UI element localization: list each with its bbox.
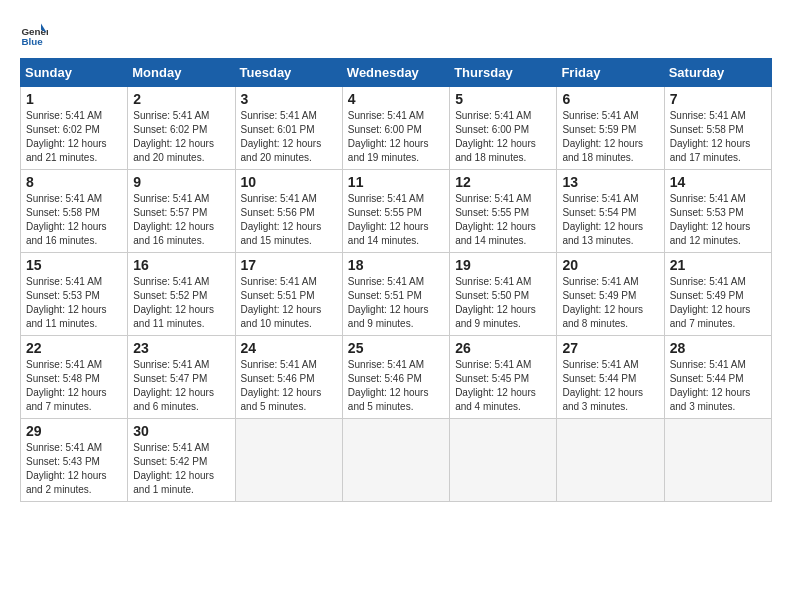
day-info: Sunrise: 5:41 AM Sunset: 5:54 PM Dayligh… — [562, 192, 658, 248]
svg-text:Blue: Blue — [21, 36, 43, 47]
day-number: 30 — [133, 423, 229, 439]
day-info: Sunrise: 5:41 AM Sunset: 6:02 PM Dayligh… — [26, 109, 122, 165]
day-info: Sunrise: 5:41 AM Sunset: 5:46 PM Dayligh… — [348, 358, 444, 414]
calendar-week-1: 1 Sunrise: 5:41 AM Sunset: 6:02 PM Dayli… — [21, 87, 772, 170]
calendar-cell: 25 Sunrise: 5:41 AM Sunset: 5:46 PM Dayl… — [342, 336, 449, 419]
day-number: 16 — [133, 257, 229, 273]
calendar-cell: 29 Sunrise: 5:41 AM Sunset: 5:43 PM Dayl… — [21, 419, 128, 502]
day-info: Sunrise: 5:41 AM Sunset: 5:44 PM Dayligh… — [670, 358, 766, 414]
day-info: Sunrise: 5:41 AM Sunset: 5:59 PM Dayligh… — [562, 109, 658, 165]
calendar-cell — [450, 419, 557, 502]
header-monday: Monday — [128, 59, 235, 87]
day-info: Sunrise: 5:41 AM Sunset: 5:43 PM Dayligh… — [26, 441, 122, 497]
calendar-cell: 28 Sunrise: 5:41 AM Sunset: 5:44 PM Dayl… — [664, 336, 771, 419]
day-number: 14 — [670, 174, 766, 190]
calendar-cell: 8 Sunrise: 5:41 AM Sunset: 5:58 PM Dayli… — [21, 170, 128, 253]
calendar-week-5: 29 Sunrise: 5:41 AM Sunset: 5:43 PM Dayl… — [21, 419, 772, 502]
day-number: 25 — [348, 340, 444, 356]
calendar-cell: 20 Sunrise: 5:41 AM Sunset: 5:49 PM Dayl… — [557, 253, 664, 336]
calendar-body: 1 Sunrise: 5:41 AM Sunset: 6:02 PM Dayli… — [21, 87, 772, 502]
calendar-week-3: 15 Sunrise: 5:41 AM Sunset: 5:53 PM Dayl… — [21, 253, 772, 336]
calendar-cell: 17 Sunrise: 5:41 AM Sunset: 5:51 PM Dayl… — [235, 253, 342, 336]
day-number: 1 — [26, 91, 122, 107]
calendar-cell — [342, 419, 449, 502]
calendar-cell: 2 Sunrise: 5:41 AM Sunset: 6:02 PM Dayli… — [128, 87, 235, 170]
day-info: Sunrise: 5:41 AM Sunset: 5:47 PM Dayligh… — [133, 358, 229, 414]
header-saturday: Saturday — [664, 59, 771, 87]
calendar-cell: 7 Sunrise: 5:41 AM Sunset: 5:58 PM Dayli… — [664, 87, 771, 170]
calendar-header-row: SundayMondayTuesdayWednesdayThursdayFrid… — [21, 59, 772, 87]
day-number: 4 — [348, 91, 444, 107]
calendar-cell: 22 Sunrise: 5:41 AM Sunset: 5:48 PM Dayl… — [21, 336, 128, 419]
calendar-cell — [235, 419, 342, 502]
day-info: Sunrise: 5:41 AM Sunset: 5:53 PM Dayligh… — [26, 275, 122, 331]
day-info: Sunrise: 5:41 AM Sunset: 5:45 PM Dayligh… — [455, 358, 551, 414]
calendar-cell: 26 Sunrise: 5:41 AM Sunset: 5:45 PM Dayl… — [450, 336, 557, 419]
day-info: Sunrise: 5:41 AM Sunset: 6:00 PM Dayligh… — [348, 109, 444, 165]
day-info: Sunrise: 5:41 AM Sunset: 6:02 PM Dayligh… — [133, 109, 229, 165]
day-number: 28 — [670, 340, 766, 356]
day-number: 29 — [26, 423, 122, 439]
day-number: 13 — [562, 174, 658, 190]
day-info: Sunrise: 5:41 AM Sunset: 5:46 PM Dayligh… — [241, 358, 337, 414]
calendar-cell: 5 Sunrise: 5:41 AM Sunset: 6:00 PM Dayli… — [450, 87, 557, 170]
calendar-cell: 9 Sunrise: 5:41 AM Sunset: 5:57 PM Dayli… — [128, 170, 235, 253]
calendar-cell: 19 Sunrise: 5:41 AM Sunset: 5:50 PM Dayl… — [450, 253, 557, 336]
day-number: 18 — [348, 257, 444, 273]
day-number: 7 — [670, 91, 766, 107]
day-number: 19 — [455, 257, 551, 273]
day-info: Sunrise: 5:41 AM Sunset: 6:01 PM Dayligh… — [241, 109, 337, 165]
calendar-cell: 13 Sunrise: 5:41 AM Sunset: 5:54 PM Dayl… — [557, 170, 664, 253]
day-number: 6 — [562, 91, 658, 107]
calendar-cell: 24 Sunrise: 5:41 AM Sunset: 5:46 PM Dayl… — [235, 336, 342, 419]
calendar-cell: 14 Sunrise: 5:41 AM Sunset: 5:53 PM Dayl… — [664, 170, 771, 253]
day-info: Sunrise: 5:41 AM Sunset: 5:55 PM Dayligh… — [455, 192, 551, 248]
day-number: 23 — [133, 340, 229, 356]
calendar-cell: 1 Sunrise: 5:41 AM Sunset: 6:02 PM Dayli… — [21, 87, 128, 170]
day-number: 5 — [455, 91, 551, 107]
calendar-week-4: 22 Sunrise: 5:41 AM Sunset: 5:48 PM Dayl… — [21, 336, 772, 419]
day-number: 2 — [133, 91, 229, 107]
calendar-cell: 10 Sunrise: 5:41 AM Sunset: 5:56 PM Dayl… — [235, 170, 342, 253]
header-sunday: Sunday — [21, 59, 128, 87]
day-number: 17 — [241, 257, 337, 273]
calendar-table: SundayMondayTuesdayWednesdayThursdayFrid… — [20, 58, 772, 502]
day-info: Sunrise: 5:41 AM Sunset: 5:49 PM Dayligh… — [562, 275, 658, 331]
calendar-cell: 18 Sunrise: 5:41 AM Sunset: 5:51 PM Dayl… — [342, 253, 449, 336]
day-info: Sunrise: 5:41 AM Sunset: 5:42 PM Dayligh… — [133, 441, 229, 497]
day-number: 21 — [670, 257, 766, 273]
calendar-cell: 6 Sunrise: 5:41 AM Sunset: 5:59 PM Dayli… — [557, 87, 664, 170]
day-info: Sunrise: 5:41 AM Sunset: 5:58 PM Dayligh… — [670, 109, 766, 165]
day-number: 12 — [455, 174, 551, 190]
day-number: 26 — [455, 340, 551, 356]
day-info: Sunrise: 5:41 AM Sunset: 5:53 PM Dayligh… — [670, 192, 766, 248]
day-info: Sunrise: 5:41 AM Sunset: 5:48 PM Dayligh… — [26, 358, 122, 414]
day-info: Sunrise: 5:41 AM Sunset: 5:50 PM Dayligh… — [455, 275, 551, 331]
day-info: Sunrise: 5:41 AM Sunset: 5:51 PM Dayligh… — [348, 275, 444, 331]
calendar-cell: 11 Sunrise: 5:41 AM Sunset: 5:55 PM Dayl… — [342, 170, 449, 253]
day-number: 3 — [241, 91, 337, 107]
header-friday: Friday — [557, 59, 664, 87]
calendar-cell: 3 Sunrise: 5:41 AM Sunset: 6:01 PM Dayli… — [235, 87, 342, 170]
day-number: 8 — [26, 174, 122, 190]
page-header: General Blue — [20, 20, 772, 48]
calendar-week-2: 8 Sunrise: 5:41 AM Sunset: 5:58 PM Dayli… — [21, 170, 772, 253]
day-info: Sunrise: 5:41 AM Sunset: 5:56 PM Dayligh… — [241, 192, 337, 248]
calendar-cell: 4 Sunrise: 5:41 AM Sunset: 6:00 PM Dayli… — [342, 87, 449, 170]
day-number: 9 — [133, 174, 229, 190]
day-info: Sunrise: 5:41 AM Sunset: 5:52 PM Dayligh… — [133, 275, 229, 331]
day-number: 24 — [241, 340, 337, 356]
day-info: Sunrise: 5:41 AM Sunset: 5:58 PM Dayligh… — [26, 192, 122, 248]
calendar-cell — [557, 419, 664, 502]
header-thursday: Thursday — [450, 59, 557, 87]
day-number: 11 — [348, 174, 444, 190]
calendar-cell: 30 Sunrise: 5:41 AM Sunset: 5:42 PM Dayl… — [128, 419, 235, 502]
logo: General Blue — [20, 20, 52, 48]
day-info: Sunrise: 5:41 AM Sunset: 6:00 PM Dayligh… — [455, 109, 551, 165]
header-wednesday: Wednesday — [342, 59, 449, 87]
header-tuesday: Tuesday — [235, 59, 342, 87]
day-number: 20 — [562, 257, 658, 273]
day-info: Sunrise: 5:41 AM Sunset: 5:57 PM Dayligh… — [133, 192, 229, 248]
day-info: Sunrise: 5:41 AM Sunset: 5:55 PM Dayligh… — [348, 192, 444, 248]
day-info: Sunrise: 5:41 AM Sunset: 5:44 PM Dayligh… — [562, 358, 658, 414]
